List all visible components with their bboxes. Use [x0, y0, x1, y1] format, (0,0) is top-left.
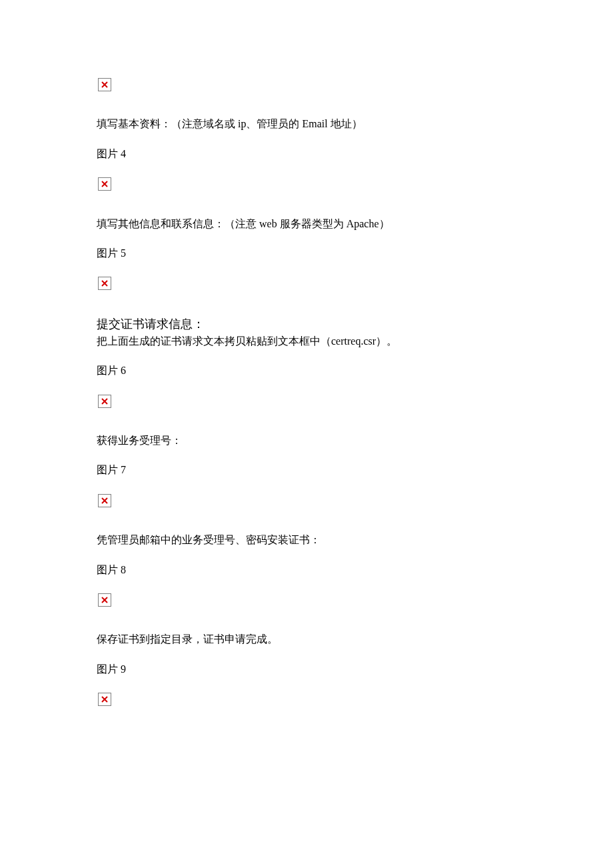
- figure-placeholder: [97, 493, 516, 513]
- figure-placeholder: [97, 77, 516, 97]
- document-page: 填写基本资料：（注意域名或 ip、管理员的 Email 地址） 图片 4 填写其…: [0, 0, 613, 799]
- body-text: 保存证书到指定目录，证书申请完成。: [97, 632, 516, 647]
- figure-placeholder: [97, 176, 516, 196]
- broken-image-icon: [98, 78, 111, 91]
- caption-number: 5: [121, 247, 126, 259]
- caption-number: 9: [121, 663, 126, 675]
- caption-number: 6: [121, 365, 126, 376]
- caption-number: 8: [121, 564, 126, 575]
- broken-image-icon: [98, 277, 111, 290]
- figure-placeholder: [97, 275, 516, 295]
- caption-prefix: 图片: [97, 464, 121, 475]
- figure-caption: 图片 6: [97, 363, 516, 378]
- figure-caption: 图片 9: [97, 662, 516, 677]
- body-text: 填写其他信息和联系信息：（注意 web 服务器类型为 Apache）: [97, 217, 516, 231]
- broken-image-icon: [98, 395, 111, 408]
- body-text: 填写基本资料：（注意域名或 ip、管理员的 Email 地址）: [97, 117, 516, 131]
- figure-caption: 图片 8: [97, 563, 516, 577]
- body-text: 获得业务受理号：: [97, 433, 516, 448]
- figure-caption: 图片 4: [97, 147, 516, 161]
- caption-prefix: 图片: [97, 365, 121, 376]
- broken-image-icon: [98, 593, 111, 607]
- caption-prefix: 图片: [97, 564, 121, 575]
- figure-caption: 图片 5: [97, 246, 516, 261]
- caption-number: 4: [121, 148, 126, 159]
- figure-placeholder: [97, 393, 516, 413]
- figure-placeholder: [97, 592, 516, 612]
- figure-placeholder: [97, 691, 516, 711]
- caption-prefix: 图片: [97, 663, 121, 675]
- body-text: 把上面生成的证书请求文本拷贝粘贴到文本框中（certreq.csr）。: [97, 334, 516, 349]
- caption-prefix: 图片: [97, 148, 121, 159]
- broken-image-icon: [98, 494, 111, 507]
- body-text: 凭管理员邮箱中的业务受理号、密码安装证书：: [97, 533, 516, 547]
- figure-caption: 图片 7: [97, 463, 516, 477]
- section-heading: 提交证书请求信息：: [97, 316, 516, 333]
- caption-prefix: 图片: [97, 247, 121, 259]
- broken-image-icon: [98, 177, 111, 191]
- caption-number: 7: [121, 464, 126, 475]
- broken-image-icon: [98, 693, 111, 706]
